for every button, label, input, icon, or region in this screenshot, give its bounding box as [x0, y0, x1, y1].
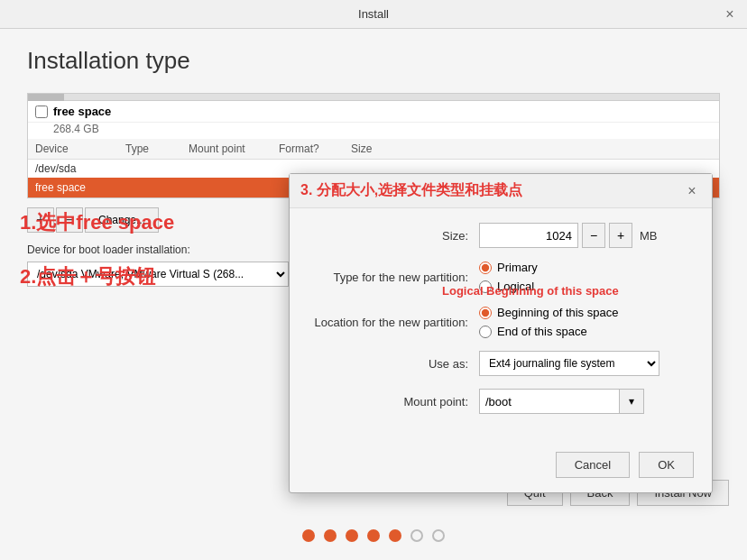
- mount-point-row: Mount point: ▾: [308, 389, 694, 414]
- scrollbar[interactable]: [28, 94, 719, 101]
- size-minus-button[interactable]: −: [582, 223, 605, 248]
- table-header: Device Type Mount point Format? Size: [28, 139, 719, 160]
- free-space-label: free space: [53, 105, 111, 118]
- free-space-header-row: free space: [28, 101, 719, 123]
- window-close-button[interactable]: ×: [722, 6, 738, 23]
- location-group: Beginning of this space End of this spac…: [479, 306, 618, 338]
- beginning-label: Beginning of this space: [497, 306, 618, 319]
- free-space-size: 268.4 GB: [35, 123, 719, 135]
- progress-dots: [302, 529, 445, 542]
- primary-radio-label[interactable]: Primary: [479, 261, 538, 274]
- size-input[interactable]: [479, 223, 578, 248]
- location-annotation: Logical Beginning of this space: [442, 284, 619, 298]
- use-as-select[interactable]: Ext4 journaling file system: [479, 351, 659, 376]
- size-row: Size: − + MB: [308, 223, 694, 248]
- page-title: Installation type: [27, 47, 720, 75]
- col-type: Type: [125, 142, 189, 155]
- title-bar: Install ×: [0, 0, 747, 29]
- annotation-1: 1.选中free space: [20, 209, 174, 236]
- primary-radio[interactable]: [479, 262, 492, 274]
- cancel-button[interactable]: Cancel: [556, 452, 630, 478]
- size-unit: MB: [640, 229, 658, 243]
- primary-label: Primary: [497, 261, 538, 274]
- location-label: Location for the new partition:: [308, 316, 479, 329]
- end-radio[interactable]: [479, 326, 492, 338]
- dev-sda-label: /dev/sda: [35, 162, 125, 175]
- col-size: Size: [351, 142, 712, 155]
- dialog-close-button[interactable]: ×: [683, 183, 701, 199]
- dot-1: [302, 529, 315, 542]
- scrollbar-thumb[interactable]: [28, 94, 64, 101]
- col-device: Device: [35, 142, 125, 155]
- dot-4: [367, 529, 380, 542]
- dot-3: [346, 529, 358, 542]
- dot-2: [324, 529, 337, 542]
- dialog-title-bar: 3. 分配大小,选择文件类型和挂载点 ×: [290, 174, 712, 208]
- use-as-row: Use as: Ext4 journaling file system: [308, 351, 694, 376]
- main-window: Install × Installation type free space 2…: [0, 0, 747, 560]
- mount-point-label: Mount point:: [308, 395, 479, 409]
- ok-button[interactable]: OK: [639, 452, 694, 478]
- dot-7: [432, 529, 445, 542]
- window-title: Install: [358, 7, 389, 21]
- dialog-title: 3. 分配大小,选择文件类型和挂载点: [300, 181, 522, 200]
- col-format: Format?: [279, 142, 351, 155]
- size-input-group: − + MB: [479, 223, 658, 248]
- beginning-radio[interactable]: [479, 307, 492, 319]
- size-label: Size:: [308, 229, 479, 243]
- location-row: Location for the new partition: Beginnin…: [308, 306, 694, 338]
- annotation-2: 2.点击＋号按钮: [20, 263, 155, 290]
- dot-5: [389, 529, 401, 542]
- end-label: End of this space: [497, 325, 587, 338]
- size-plus-button[interactable]: +: [609, 223, 632, 248]
- use-as-label: Use as:: [308, 357, 479, 371]
- create-partition-dialog: 3. 分配大小,选择文件类型和挂载点 × Size: − + MB: [289, 173, 713, 493]
- mount-dropdown-button[interactable]: ▾: [619, 389, 644, 414]
- dialog-body: Size: − + MB Type for the new partition:: [290, 208, 712, 441]
- free-space-checkbox[interactable]: [35, 106, 48, 118]
- content-area: Installation type free space 268.4 GB De…: [0, 29, 747, 560]
- col-mount: Mount point: [189, 142, 279, 155]
- partition-type-label: Type for the new partition:: [308, 271, 479, 284]
- dot-6: [410, 529, 423, 542]
- mount-input-group: ▾: [479, 389, 644, 414]
- end-radio-label[interactable]: End of this space: [479, 325, 618, 338]
- dialog-footer: Cancel OK: [290, 441, 712, 492]
- beginning-radio-label[interactable]: Beginning of this space: [479, 306, 618, 319]
- mount-point-input[interactable]: [479, 389, 619, 414]
